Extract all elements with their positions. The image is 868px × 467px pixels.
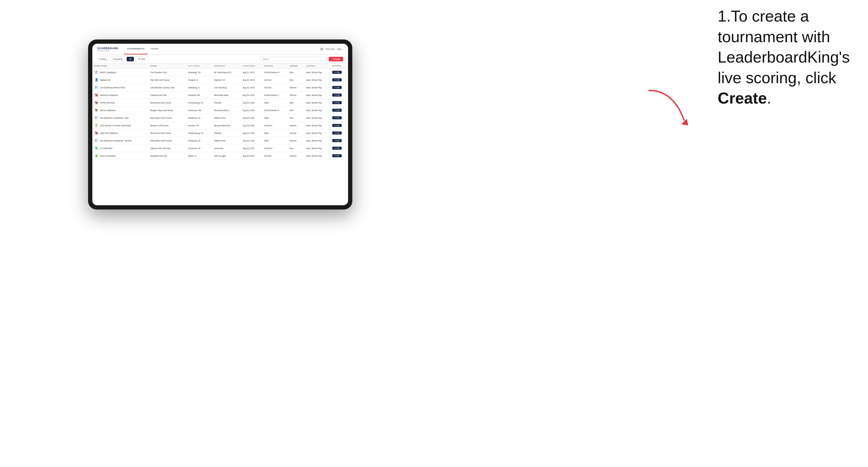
- tab-teams[interactable]: TEAMS: [148, 44, 162, 54]
- events-table-container[interactable]: EVENT NAME VENUE CITY, STATE HOSTED BY S…: [92, 63, 348, 205]
- competing-button[interactable]: Competing: [111, 57, 125, 61]
- hosted-by-cell: Minnesota State: [212, 91, 241, 99]
- event-name: UPIKE Fall Invite: [100, 102, 115, 104]
- venue-cell: StoneCrest Golf Course: [148, 129, 186, 137]
- tab-tournaments[interactable]: TOURNAMENTS: [124, 44, 148, 54]
- division-cell: NAIA: [262, 129, 288, 137]
- sign-label[interactable]: Sign...: [337, 48, 343, 50]
- all-button[interactable]: All: [127, 57, 134, 61]
- event-name: Carl Sandburg Women FA23: [100, 87, 125, 89]
- actions-cell: ✏ Edit: [331, 76, 348, 84]
- division-cell: NAIA: [262, 99, 288, 106]
- search-input[interactable]: [260, 57, 327, 61]
- edit-button[interactable]: ✏ Edit: [332, 131, 341, 134]
- team-icon: 🐂: [94, 100, 98, 105]
- team-icon: 🐂: [94, 131, 98, 135]
- table-row: 🏳 Fall Statesmen Invitational - Men Edmu…: [92, 114, 348, 122]
- team-icon: 🌵: [94, 154, 98, 158]
- scoring-cell: team, Stroke Play: [304, 99, 331, 106]
- division-cell: NCAA Division III: [262, 106, 288, 114]
- city-state-cell: Marion, IL: [186, 152, 212, 160]
- actions-cell: ✏ Edit: [331, 129, 348, 137]
- edit-button[interactable]: ✏ Edit: [332, 79, 341, 82]
- venue-cell: Kokopelli Golf Club: [148, 152, 186, 160]
- event-name-cell: 🏌 MSMC Qualifying 1: [92, 69, 148, 76]
- event-name-cell: 👤 Highland 36: [92, 76, 148, 84]
- logo-area: SCOREBOARD Powered by clipps: [97, 47, 119, 52]
- division-cell: NJCAA II: [262, 122, 288, 129]
- hosting-button[interactable]: Hosting: [97, 57, 109, 61]
- city-state-cell: Vincennes, IN: [186, 145, 212, 152]
- annotation-cta: Create: [718, 89, 767, 107]
- filter-button[interactable]: ☰ Filter: [136, 57, 148, 61]
- start-date-cell: Aug 28, 2023: [241, 106, 262, 114]
- table-row: 🐂 Maverick Invitational Faribault Golf C…: [92, 91, 348, 99]
- hosted-by-cell: Vincennes: [212, 145, 241, 152]
- event-name-cell: 🦅 Morris Invitational: [92, 106, 148, 114]
- event-name: Morris Invitational: [100, 109, 116, 112]
- scoring-cell: team, Stroke Play: [304, 69, 331, 76]
- venue-cell: Cypress Hills Golf Club: [148, 145, 186, 152]
- gender-cell: Women: [288, 137, 304, 145]
- edit-button[interactable]: ✏ Edit: [332, 124, 341, 127]
- hosted-by-cell: Highland CC: [212, 76, 241, 84]
- edit-button[interactable]: ✏ Edit: [332, 109, 341, 112]
- edit-button[interactable]: ✏ Edit: [332, 94, 341, 97]
- gender-cell: Men: [288, 76, 304, 84]
- event-name: Fall Statesmen Invitational - Men: [100, 117, 129, 119]
- city-state-cell: Oskaloosa, IA: [186, 137, 212, 145]
- create-button[interactable]: + Create: [329, 57, 343, 61]
- start-date-cell: Aug 28, 2023: [241, 137, 262, 145]
- table-row: 🏌 MSMC Qualifying 1 The Powelton Club Ne…: [92, 69, 348, 76]
- table-row: 🏌 2023 Women's Hesston Fall Kickoff Hess…: [92, 122, 348, 129]
- event-name: Klash at Kokopelli: [100, 155, 116, 157]
- actions-cell: ✏ Edit: [331, 84, 348, 91]
- city-state-cell: Oskaloosa, IA: [186, 114, 212, 122]
- edit-button[interactable]: ✏ Edit: [332, 116, 341, 119]
- table-header-row: EVENT NAME VENUE CITY, STATE HOSTED BY S…: [92, 63, 348, 69]
- edit-button[interactable]: ✏ Edit: [332, 154, 341, 157]
- city-state-cell: Prestonsburg, KY: [186, 129, 212, 137]
- edit-button[interactable]: ✏ Edit: [332, 71, 341, 74]
- event-name: VU PREVIEW: [100, 147, 112, 149]
- event-name-cell: 🏳 Fall Statesmen Invitational - Men: [92, 114, 148, 122]
- scoring-cell: team, Stroke Play: [304, 122, 331, 129]
- col-division: DIVISION: [262, 63, 288, 69]
- col-event-name: EVENT NAME: [92, 63, 148, 69]
- hosted-by-cell: Pikeville: [212, 99, 241, 106]
- scoring-cell: team, Stroke Play: [304, 129, 331, 137]
- team-icon: 🏳: [94, 85, 98, 90]
- actions-cell: ✏ Edit: [331, 137, 348, 145]
- edit-pencil-icon: ✏: [334, 79, 336, 81]
- edit-button[interactable]: ✏ Edit: [332, 101, 341, 104]
- col-gender: GENDER: [288, 63, 304, 69]
- scoring-cell: team, Stroke Play: [304, 145, 331, 152]
- toolbar: Hosting Competing All ☰ Filter + Create: [92, 55, 348, 63]
- actions-cell: ✏ Edit: [331, 152, 348, 160]
- edit-pencil-icon: ✏: [334, 102, 336, 103]
- start-date-cell: Aug 26, 2023: [241, 84, 262, 91]
- start-date-cell: Aug 24, 2023: [241, 69, 262, 76]
- venue-cell: Lake Bracken Country Club: [148, 84, 186, 91]
- division-cell: NAIA: [262, 114, 288, 122]
- venue-cell: Faribault Golf Club: [148, 91, 186, 99]
- edit-button[interactable]: ✏ Edit: [332, 86, 341, 89]
- division-cell: NCAA Division II: [262, 91, 288, 99]
- division-cell: NAIA: [262, 137, 288, 145]
- edit-button[interactable]: ✏ Edit: [332, 139, 341, 142]
- gender-cell: Women: [288, 122, 304, 129]
- start-date-cell: Aug 28, 2023: [241, 129, 262, 137]
- edit-pencil-icon: ✏: [334, 87, 336, 88]
- nav-tabs: TOURNAMENTS TEAMS: [124, 44, 162, 54]
- team-icon: 👤: [94, 78, 98, 82]
- edit-pencil-icon: ✏: [334, 71, 336, 73]
- event-name-cell: 🌵 Klash at Kokopelli: [92, 152, 148, 160]
- edit-button[interactable]: ✏ Edit: [332, 147, 341, 150]
- col-city-state: CITY, STATE: [186, 63, 212, 69]
- gender-cell: Women: [288, 129, 304, 137]
- gear-icon[interactable]: ⚙: [320, 48, 323, 51]
- venue-cell: Edmundson Golf Course: [148, 137, 186, 145]
- col-hosted-by: HOSTED BY: [212, 63, 241, 69]
- start-date-cell: Aug 25, 2023: [241, 76, 262, 84]
- event-name-cell: 🐂 Maverick Invitational: [92, 91, 148, 99]
